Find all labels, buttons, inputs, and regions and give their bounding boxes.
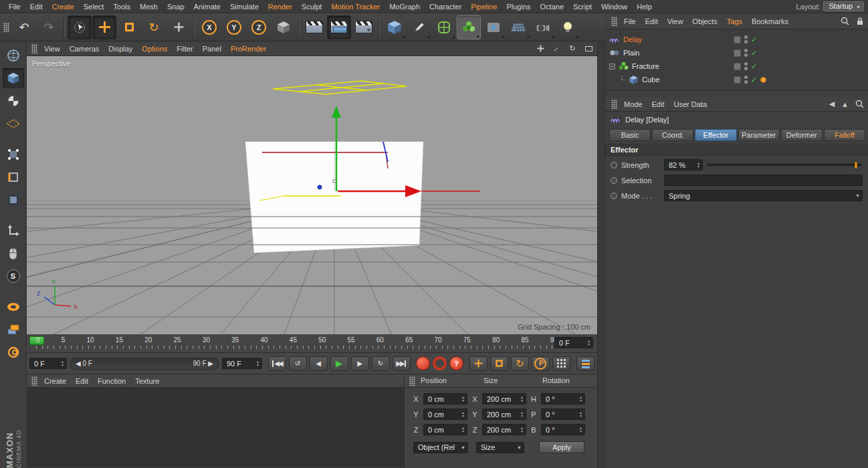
mograph-fracture-button[interactable] bbox=[457, 15, 481, 39]
vp-menu-view[interactable]: View bbox=[39, 44, 65, 53]
convert-button[interactable] bbox=[3, 45, 24, 66]
subdivision-surface-button[interactable] bbox=[432, 15, 456, 39]
goto-end-button[interactable]: ▶▶ bbox=[393, 356, 411, 371]
next-frame-button[interactable]: ▶ bbox=[351, 356, 369, 371]
object-row-plain[interactable]: Plain ✓ bbox=[609, 46, 868, 60]
workplane-mode-button[interactable] bbox=[3, 114, 24, 134]
x-axis-lock-button[interactable]: X bbox=[197, 15, 221, 39]
menu-character[interactable]: Character bbox=[425, 2, 466, 11]
menu-mograph[interactable]: MoGraph bbox=[385, 2, 425, 11]
prev-frame-button[interactable]: ◀ bbox=[310, 356, 328, 371]
coordinate-system-button[interactable] bbox=[272, 15, 296, 39]
camera-button[interactable] bbox=[531, 15, 555, 39]
tab-basic[interactable]: Basic bbox=[609, 129, 651, 141]
menu-simulate[interactable]: Simulate bbox=[225, 2, 263, 11]
search-icon[interactable] bbox=[855, 100, 864, 108]
om-menu-edit[interactable]: Edit bbox=[641, 17, 663, 26]
tab-falloff[interactable]: Falloff bbox=[824, 129, 865, 141]
mat-menu-edit[interactable]: Edit bbox=[71, 376, 93, 386]
collapse-expander[interactable]: − bbox=[609, 64, 615, 70]
pos-y-field[interactable]: 0 cm▲▼ bbox=[423, 408, 467, 420]
range-start-spinner[interactable]: ▲▼ bbox=[61, 360, 64, 366]
play-button[interactable]: ▶ bbox=[330, 356, 348, 371]
rotate-view-icon[interactable]: ↻ bbox=[566, 43, 578, 54]
effector-section-header[interactable]: Effector bbox=[605, 144, 868, 156]
object-row-fracture[interactable]: − Fracture ✓ bbox=[609, 60, 868, 73]
render-picture-viewer-button[interactable] bbox=[327, 15, 351, 39]
enabled-check-icon[interactable]: ✓ bbox=[751, 62, 757, 71]
vp-menu-filter[interactable]: Filter bbox=[172, 44, 197, 53]
menu-help[interactable]: Help bbox=[632, 2, 657, 11]
live-selection-button[interactable] bbox=[68, 15, 92, 39]
menu-create[interactable]: Create bbox=[47, 2, 79, 11]
material-grip[interactable] bbox=[31, 376, 37, 386]
key-scale-button[interactable] bbox=[490, 356, 508, 371]
pos-x-field[interactable]: 0 cm▲▼ bbox=[423, 393, 467, 404]
frame-spinner[interactable]: ▲▼ bbox=[587, 340, 590, 346]
lock-icon[interactable] bbox=[856, 17, 864, 25]
viewport-grip[interactable] bbox=[31, 44, 37, 53]
spinner[interactable]: ▲▼ bbox=[520, 427, 524, 433]
range-end-field[interactable]: 90 F▲▼ bbox=[222, 358, 262, 369]
texture-mode-button[interactable] bbox=[3, 91, 24, 111]
strength-slider[interactable] bbox=[707, 160, 863, 170]
layout-select[interactable]: Startup▼ bbox=[823, 1, 864, 11]
tab-coord[interactable]: Coord. bbox=[652, 129, 693, 141]
spiral-button[interactable] bbox=[3, 342, 24, 362]
menu-script[interactable]: Script bbox=[568, 2, 596, 11]
pan-view-icon[interactable] bbox=[534, 43, 546, 54]
menu-plugins[interactable]: Plugins bbox=[502, 2, 535, 11]
keyframe-radio[interactable] bbox=[611, 177, 617, 184]
add-cube-button[interactable] bbox=[383, 15, 407, 39]
scale-tool-button[interactable] bbox=[117, 15, 141, 39]
polygons-mode-button[interactable] bbox=[3, 190, 24, 210]
visibility-dots[interactable] bbox=[744, 62, 748, 70]
vp-menu-panel[interactable]: Panel bbox=[198, 44, 226, 53]
visibility-dots[interactable] bbox=[744, 35, 748, 43]
visibility-dots[interactable] bbox=[744, 76, 748, 84]
layer-chip[interactable] bbox=[734, 76, 741, 84]
menu-file[interactable]: File bbox=[4, 2, 25, 11]
array-button[interactable] bbox=[3, 320, 24, 340]
light-button[interactable] bbox=[556, 15, 580, 39]
keyframe-selection-button[interactable] bbox=[576, 356, 594, 371]
size-y-field[interactable]: 200 cm▲▼ bbox=[482, 408, 526, 420]
history-back-icon[interactable]: ◀ bbox=[829, 100, 835, 108]
timeline-ruler[interactable]: 051015202530354045505560657075808590 0 F… bbox=[27, 334, 597, 353]
selection-field[interactable] bbox=[664, 174, 863, 186]
rot-p-field[interactable]: 0 °▲▼ bbox=[541, 408, 585, 420]
menu-sculpt[interactable]: Sculpt bbox=[297, 2, 327, 11]
menu-animate[interactable]: Animate bbox=[189, 2, 225, 11]
vp-menu-options[interactable]: Options bbox=[137, 44, 172, 53]
volume-button[interactable] bbox=[481, 15, 506, 39]
spinner[interactable]: ▲▼ bbox=[461, 411, 465, 417]
menu-tools[interactable]: Tools bbox=[108, 2, 135, 11]
keyframe-radio[interactable] bbox=[611, 162, 617, 168]
menu-render[interactable]: Render bbox=[263, 2, 297, 11]
prev-key-button[interactable]: ↺ bbox=[289, 356, 307, 371]
autokey-button[interactable] bbox=[433, 356, 447, 370]
spinner[interactable]: ▲▼ bbox=[520, 396, 524, 402]
next-key-button[interactable]: ↻ bbox=[372, 356, 390, 371]
search-icon[interactable] bbox=[841, 17, 849, 25]
mat-menu-function[interactable]: Function bbox=[93, 376, 130, 386]
record-help-button[interactable]: ? bbox=[449, 356, 463, 370]
floor-environment-button[interactable] bbox=[506, 15, 530, 39]
menu-snap[interactable]: Snap bbox=[162, 2, 189, 11]
menu-edit[interactable]: Edit bbox=[25, 2, 47, 11]
key-parameter-button[interactable]: P bbox=[532, 356, 550, 371]
pen-tool-button[interactable] bbox=[407, 15, 431, 39]
tab-deformer[interactable]: Deformer bbox=[781, 129, 823, 141]
am-menu-edit[interactable]: Edit bbox=[647, 100, 669, 109]
key-pla-button[interactable] bbox=[552, 356, 570, 371]
last-tool-button[interactable] bbox=[167, 15, 191, 39]
panel-splitter[interactable] bbox=[597, 41, 605, 468]
zoom-view-icon[interactable]: ↕ bbox=[548, 40, 564, 56]
object-row-cube[interactable]: └ Cube ✓ bbox=[609, 73, 868, 86]
layer-chip[interactable] bbox=[734, 49, 741, 57]
spinner[interactable]: ▲▼ bbox=[461, 427, 465, 433]
mat-menu-texture[interactable]: Texture bbox=[130, 376, 164, 386]
keyframe-radio[interactable] bbox=[611, 193, 617, 199]
model-mode-button[interactable] bbox=[3, 68, 24, 88]
size-z-field[interactable]: 200 cm▲▼ bbox=[482, 424, 526, 435]
